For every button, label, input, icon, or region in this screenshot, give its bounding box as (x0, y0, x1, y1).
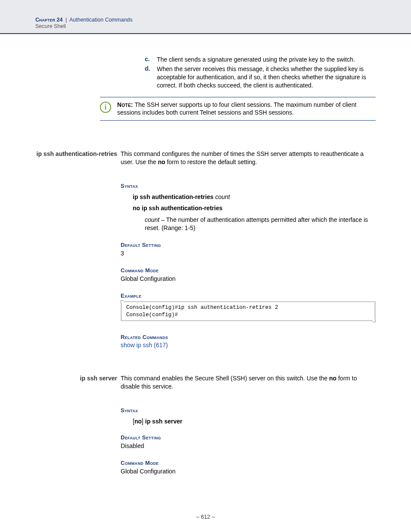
note-body: The SSH server supports up to four clien… (117, 101, 356, 116)
list-item: c. The client sends a signature generate… (145, 56, 376, 64)
list-marker-c: c. (145, 56, 157, 64)
related-command-link[interactable]: show ip ssh (617) (121, 342, 376, 348)
command-name-ssh-server: ip ssh server (35, 374, 117, 382)
default-setting-value: Disabled (121, 442, 376, 450)
command-description: This command enables the Secure Shell (S… (121, 374, 376, 391)
note-label: Note: (117, 101, 133, 108)
page-number: – 612 – (0, 513, 411, 520)
list-marker-d: d. (145, 65, 157, 90)
syntax-heading: Syntax (121, 407, 376, 414)
chapter-separator: | (65, 17, 67, 23)
syntax-param: count – The number of authentication att… (145, 216, 376, 232)
default-setting-heading: Default Setting (121, 434, 376, 441)
example-heading: Example (121, 292, 376, 299)
syntax-heading: Syntax (121, 183, 376, 189)
list-text-d: When the server receives this message, i… (157, 65, 376, 90)
page-header: Chapter 24 | Authentication Commands Sec… (0, 0, 411, 34)
command-description: This command configures the number of ti… (121, 150, 376, 166)
syntax-line: ip ssh authentication-retries count (133, 193, 376, 200)
chapter-subtitle: Secure Shell (35, 23, 376, 29)
related-commands-heading: Related Commands (121, 334, 376, 340)
command-mode-value: Global Configuration (121, 467, 376, 476)
command-name-auth-retries: ip ssh authentication-retries (35, 150, 117, 158)
note-text: Note: The SSH server supports up to four… (117, 101, 376, 117)
example-code: Console(config)#ip ssh authentication-re… (121, 302, 376, 321)
syntax-line: [no] ip ssh server (133, 418, 376, 425)
list-item: d. When the server receives this message… (145, 65, 376, 90)
syntax-line: no ip ssh authentication-retries (133, 205, 376, 212)
command-mode-heading: Command Mode (121, 267, 376, 274)
info-icon: i (100, 102, 111, 113)
command-mode-heading: Command Mode (121, 460, 376, 466)
default-setting-value: 3 (121, 249, 376, 258)
command-mode-value: Global Configuration (121, 275, 376, 283)
chapter-number: Chapter 24 (35, 17, 62, 23)
chapter-title: Authentication Commands (69, 17, 133, 23)
list-text-c: The client sends a signature generated u… (157, 56, 376, 64)
chapter-line: Chapter 24 | Authentication Commands (35, 17, 376, 23)
default-setting-heading: Default Setting (121, 242, 376, 248)
